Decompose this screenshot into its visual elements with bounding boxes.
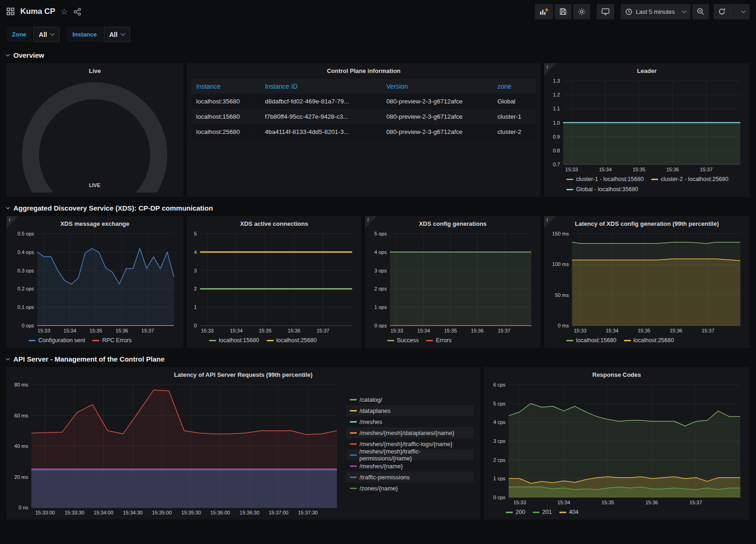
legend-item[interactable]: /meshes/{mesh}/dataplanes/{name} (346, 427, 474, 438)
legend-label[interactable]: localhost:25680 (634, 337, 674, 344)
legend-label[interactable]: /traffic-permissions (360, 474, 410, 481)
svg-text:15:37: 15:37 (317, 328, 330, 333)
legend-label[interactable]: 404 (569, 509, 579, 515)
panel-title[interactable]: XDS active connections (192, 219, 357, 230)
share-icon[interactable] (73, 8, 81, 16)
legend-label[interactable]: localhost:15680 (576, 337, 617, 344)
time-range-picker[interactable]: Last 5 minutes (621, 4, 690, 19)
panel-title[interactable]: Leader (549, 66, 745, 77)
star-icon[interactable]: ☆ (61, 7, 68, 17)
legend-item[interactable]: RPC Errors (92, 336, 132, 345)
panel-title[interactable]: XDS config generations (370, 219, 536, 230)
table-column-header[interactable]: Instance (192, 79, 260, 94)
legend-label[interactable]: Errors (436, 337, 451, 344)
panel-title[interactable]: Control Plane information (192, 66, 536, 77)
table-column-header[interactable]: zone (493, 79, 536, 94)
legend-label[interactable]: cluster-2 - localhost:25680 (661, 176, 729, 182)
xds-config-chart[interactable]: 5 ops4 ops3 ops2 ops1 ops0 ops15:3315:34… (370, 230, 536, 335)
refresh-interval-dropdown[interactable] (737, 4, 750, 19)
response-codes-chart[interactable]: 6 cps5 cps4 cps3 cps2 cps1 cps0 cps15:33… (488, 381, 745, 507)
legend-item[interactable]: 200 (506, 508, 525, 517)
svg-text:15:34: 15:34 (599, 167, 612, 172)
legend-label[interactable]: cluster-1 - localhost:15680 (576, 176, 644, 182)
xds-active-chart[interactable]: 54321015:3315:3415:3515:3615:37 (192, 230, 357, 335)
svg-text:0 cps: 0 cps (493, 495, 506, 500)
legend-label[interactable]: /dataplanes (360, 407, 390, 414)
legend-label[interactable]: /meshes (360, 418, 382, 425)
legend-item[interactable]: Success (387, 336, 419, 345)
legend-item[interactable]: localhost:25680 (624, 336, 674, 345)
legend-label[interactable]: /meshes/{name} (360, 463, 403, 470)
info-icon[interactable]: i (544, 216, 556, 228)
legend-item[interactable]: cluster-2 - localhost:25680 (651, 175, 729, 184)
svg-text:15:37: 15:37 (702, 328, 714, 333)
info-icon[interactable]: i (6, 216, 18, 228)
svg-text:0 ms: 0 ms (558, 323, 569, 328)
legend-item[interactable]: /catalog/ (346, 394, 474, 405)
xds-latency-chart[interactable]: 150 ms100 ms50 ms0 ms15:3315:3415:3515:3… (549, 230, 745, 335)
legend-item[interactable]: /meshes (346, 416, 474, 427)
legend-color-dash (350, 488, 357, 489)
info-icon[interactable]: i (365, 216, 377, 228)
legend-label[interactable]: localhost:25680 (276, 337, 317, 344)
refresh-button[interactable] (714, 4, 750, 19)
legend-label[interactable]: 200 (516, 509, 525, 515)
legend-item[interactable]: Errors (426, 336, 451, 345)
legend-label[interactable]: /meshes/{mesh}/traffic-logs/{name} (360, 441, 452, 447)
xds-message-chart[interactable]: 0.5 ops0.4 ops0.3 ops0.2 ops0.1 ops0 ops… (11, 230, 179, 335)
panel-title[interactable]: Latency of API Server Requests (99th per… (11, 370, 475, 381)
zoom-out-button[interactable] (692, 4, 709, 19)
legend-color-dash (559, 512, 566, 513)
table-column-header[interactable]: Version (382, 79, 493, 94)
panel-title[interactable]: XDS message exchange (11, 219, 179, 230)
svg-text:15:34: 15:34 (64, 328, 77, 333)
legend-item[interactable]: /dataplanes (346, 405, 474, 416)
refresh-icon[interactable] (714, 4, 730, 19)
legend-item[interactable]: cluster-1 - localhost:15680 (566, 175, 644, 184)
legend-item[interactable]: Global - localhost:35680 (566, 185, 638, 194)
dashboard-title[interactable]: Kuma CP (20, 7, 55, 16)
section-api-server[interactable]: API Server - Management of the Control P… (0, 352, 756, 367)
section-xds[interactable]: Aggregated Discovery Service (XDS): CP-D… (0, 201, 756, 216)
svg-text:15:35: 15:35 (633, 167, 646, 172)
legend-label[interactable]: localhost:15680 (219, 337, 259, 344)
legend-label[interactable]: Success (397, 337, 419, 344)
legend-label[interactable]: RPC Errors (102, 337, 132, 344)
legend-item[interactable]: 201 (533, 508, 552, 517)
section-overview[interactable]: Overview (0, 48, 756, 63)
xds-message-legend: Configuration sentRPC Errors (11, 335, 179, 345)
save-button[interactable] (555, 4, 571, 19)
legend-label[interactable]: /meshes/{mesh}/dataplanes/{name} (360, 429, 454, 436)
legend-label[interactable]: Global - localhost:35680 (576, 186, 638, 193)
leader-chart[interactable]: 1.31.21.11.00.90.80.715:3315:3415:3515:3… (549, 77, 745, 174)
tv-mode-button[interactable] (597, 4, 614, 19)
leader-legend: cluster-1 - localhost:15680cluster-2 - l… (549, 174, 745, 194)
legend-item[interactable]: /zones/{name} (346, 483, 474, 494)
legend-label[interactable]: 201 (542, 509, 552, 515)
instance-filter-dropdown[interactable]: All (104, 27, 130, 42)
legend-label[interactable]: /catalog/ (360, 396, 382, 403)
legend-item[interactable]: /meshes/{mesh}/traffic-permissions/{name… (346, 449, 474, 460)
legend-label[interactable]: /meshes/{mesh}/traffic-permissions/{name… (360, 448, 470, 462)
legend-item[interactable]: Configuration sent (29, 336, 85, 345)
legend-item[interactable]: /traffic-permissions (346, 471, 474, 483)
table-column-header[interactable]: Instance ID (260, 79, 382, 94)
info-icon[interactable]: i (544, 63, 556, 75)
api-latency-chart[interactable]: 80 ms60 ms40 ms20 ms0 ns15:33:0015:33:30… (11, 381, 342, 517)
api-latency-legend: /catalog//dataplanes/meshes/meshes/{mesh… (342, 381, 475, 517)
settings-button[interactable] (573, 4, 590, 19)
legend-item[interactable]: 404 (559, 508, 579, 517)
zone-filter-dropdown[interactable]: All (33, 27, 60, 42)
panel-title[interactable]: Live (11, 66, 179, 77)
panel-title[interactable]: Response Codes (488, 370, 745, 381)
legend-label[interactable]: /zones/{name} (360, 485, 398, 492)
apps-grid-icon[interactable] (6, 7, 15, 16)
add-panel-button[interactable] (535, 4, 553, 19)
legend-item[interactable]: localhost:15680 (209, 336, 259, 345)
legend-item[interactable]: localhost:15680 (566, 336, 617, 345)
section-title: Overview (13, 51, 44, 59)
legend-item[interactable]: localhost:25680 (267, 336, 317, 345)
panel-title[interactable]: Latency of XDS config generation (99th p… (549, 219, 745, 230)
legend-item[interactable]: /meshes/{name} (346, 460, 474, 471)
legend-label[interactable]: Configuration sent (38, 337, 85, 344)
